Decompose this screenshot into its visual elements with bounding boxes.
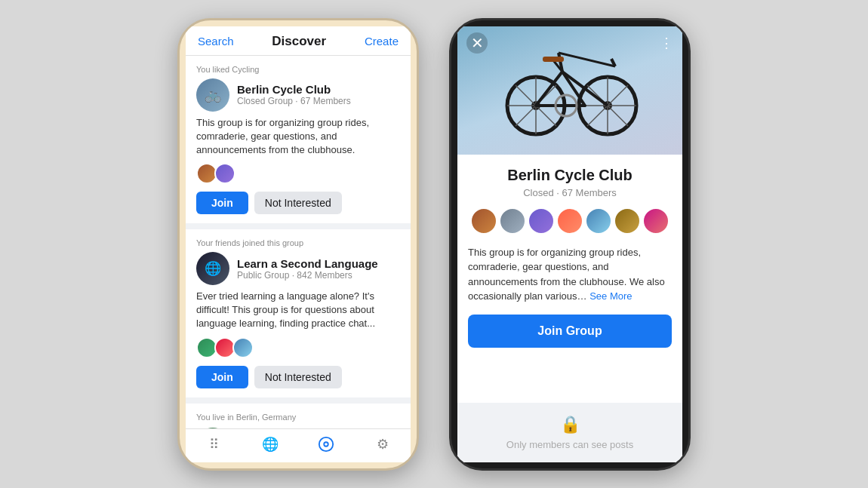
- group-name-1: Berlin Cycle Club: [237, 83, 400, 96]
- discover-title: Discover: [272, 34, 326, 49]
- svg-point-0: [319, 437, 333, 450]
- svg-point-1: [325, 442, 329, 447]
- group-avatar-language: 🌐: [196, 252, 229, 285]
- detail-description: This group is for organizing group rides…: [468, 245, 672, 304]
- left-phone: Search Discover Create You liked Cycling…: [177, 18, 419, 471]
- group-card-cycling: You liked Cycling 🚲 Berlin Cycle Club Cl…: [186, 56, 411, 224]
- group-desc-1: This group is for organizing group rides…: [196, 116, 400, 158]
- nav-settings-icon[interactable]: ⚙: [374, 435, 392, 453]
- card-header-1: 🚲 Berlin Cycle Club Closed Group · 67 Me…: [196, 78, 400, 112]
- detail-member-avatar: [470, 207, 497, 235]
- detail-member-avatars: [468, 207, 672, 235]
- detail-top-actions: ✕ ⋮: [457, 32, 682, 54]
- detail-group-meta: Closed · 67 Members: [468, 187, 672, 198]
- nav-discover-icon[interactable]: [317, 435, 335, 453]
- group-cover-image: ✕ ⋮: [457, 26, 682, 155]
- detail-body: Berlin Cycle Club Closed · 67 Members Th…: [457, 155, 682, 403]
- nav-globe-icon[interactable]: 🌐: [261, 435, 279, 453]
- lock-icon: 🔒: [560, 415, 580, 434]
- detail-member-avatar: [585, 207, 612, 235]
- close-button[interactable]: ✕: [466, 32, 488, 54]
- create-link[interactable]: Create: [365, 35, 399, 48]
- more-options-button[interactable]: ⋮: [660, 35, 673, 51]
- right-phone: ✕ ⋮: [449, 18, 691, 471]
- member-avatar: [232, 337, 254, 358]
- detail-member-avatar: [642, 207, 669, 235]
- member-avatars-2: [196, 337, 400, 358]
- card-reason-1: You liked Cycling: [196, 65, 400, 74]
- group-card-book: You live in Berlin, Germany 📚 Mitte Neig…: [186, 404, 411, 428]
- detail-member-avatar: [499, 207, 526, 235]
- bottom-nav: ⠿ 🌐 ⚙: [186, 428, 411, 462]
- cycling-avatar-icon: 🚲: [196, 78, 229, 112]
- groups-list: You liked Cycling 🚲 Berlin Cycle Club Cl…: [186, 56, 411, 428]
- group-name-2: Learn a Second Language: [237, 257, 400, 270]
- detail-member-avatar: [528, 207, 555, 235]
- detail-screen: ✕ ⋮: [457, 26, 682, 462]
- bike-illustration: [494, 38, 645, 143]
- detail-footer: 🔒 Only members can see posts: [457, 403, 682, 462]
- not-interested-button-1[interactable]: Not Interested: [254, 192, 342, 214]
- left-phone-screen: Search Discover Create You liked Cycling…: [186, 26, 411, 462]
- action-buttons-2: Join Not Interested: [196, 366, 400, 388]
- detail-group-name: Berlin Cycle Club: [468, 167, 672, 184]
- detail-member-avatar: [556, 207, 583, 235]
- see-more-link[interactable]: See More: [589, 290, 632, 302]
- member-avatars-1: [196, 163, 400, 184]
- members-only-text: Only members can see posts: [506, 439, 633, 450]
- group-meta-2: Public Group · 842 Members: [237, 270, 400, 281]
- svg-rect-20: [543, 57, 564, 62]
- discover-topbar: Search Discover Create: [186, 26, 411, 56]
- group-avatar-cycling: 🚲: [196, 78, 229, 112]
- search-link[interactable]: Search: [198, 35, 234, 48]
- group-card-language: Your friends joined this group 🌐 Learn a…: [186, 229, 411, 397]
- language-avatar-icon: 🌐: [196, 252, 229, 285]
- card-header-2: 🌐 Learn a Second Language Public Group ·…: [196, 252, 400, 285]
- svg-line-17: [559, 53, 615, 66]
- card-reason-3: You live in Berlin, Germany: [196, 413, 400, 422]
- app-container: Search Discover Create You liked Cycling…: [0, 0, 868, 488]
- join-group-button[interactable]: Join Group: [468, 315, 672, 348]
- card-reason-2: Your friends joined this group: [196, 238, 400, 247]
- right-phone-screen: ✕ ⋮: [457, 26, 682, 462]
- group-meta-1: Closed Group · 67 Members: [237, 96, 400, 106]
- group-desc-2: Ever tried learning a language alone? It…: [196, 290, 400, 331]
- action-buttons-1: Join Not Interested: [196, 192, 400, 214]
- group-info-2: Learn a Second Language Public Group · 8…: [237, 257, 400, 281]
- join-button-2[interactable]: Join: [196, 366, 248, 388]
- member-avatar: [214, 163, 235, 184]
- nav-grid-icon[interactable]: ⠿: [205, 435, 223, 453]
- detail-member-avatar: [614, 207, 641, 235]
- not-interested-button-2[interactable]: Not Interested: [254, 366, 342, 388]
- join-button-1[interactable]: Join: [196, 192, 248, 214]
- group-info-1: Berlin Cycle Club Closed Group · 67 Memb…: [237, 83, 400, 106]
